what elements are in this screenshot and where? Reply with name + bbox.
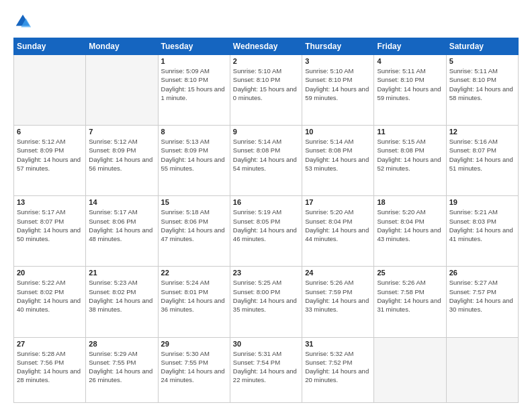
cell-info: Sunrise: 5:11 AMSunset: 8:10 PMDaylight:… (449, 66, 515, 102)
day-number: 24 (305, 269, 371, 277)
calendar-cell: 26Sunrise: 5:27 AMSunset: 7:57 PMDayligh… (446, 267, 518, 337)
cell-info: Sunrise: 5:10 AMSunset: 8:10 PMDaylight:… (233, 66, 299, 102)
calendar-cell: 4Sunrise: 5:11 AMSunset: 8:10 PMDaylight… (374, 55, 446, 126)
cell-info: Sunrise: 5:11 AMSunset: 8:10 PMDaylight:… (377, 66, 443, 102)
cell-info: Sunrise: 5:26 AMSunset: 7:58 PMDaylight:… (377, 278, 443, 314)
logo (13, 12, 35, 31)
calendar-cell: 10Sunrise: 5:14 AMSunset: 8:08 PMDayligh… (302, 126, 374, 196)
calendar-cell: 30Sunrise: 5:31 AMSunset: 7:54 PMDayligh… (230, 337, 302, 403)
day-number: 13 (17, 198, 83, 206)
day-number: 7 (89, 128, 154, 136)
day-number: 15 (161, 198, 227, 206)
calendar-cell: 6Sunrise: 5:12 AMSunset: 8:09 PMDaylight… (14, 126, 86, 196)
cell-info: Sunrise: 5:21 AMSunset: 8:03 PMDaylight:… (449, 208, 515, 243)
day-number: 14 (89, 198, 154, 206)
day-number: 3 (305, 57, 371, 65)
cell-info: Sunrise: 5:20 AMSunset: 8:04 PMDaylight:… (377, 208, 443, 243)
cell-info: Sunrise: 5:30 AMSunset: 7:55 PMDaylight:… (161, 349, 227, 385)
cell-info: Sunrise: 5:25 AMSunset: 8:00 PMDaylight:… (233, 278, 299, 314)
cell-info: Sunrise: 5:14 AMSunset: 8:08 PMDaylight:… (233, 137, 299, 173)
cell-info: Sunrise: 5:15 AMSunset: 8:08 PMDaylight:… (377, 137, 443, 173)
cell-info: Sunrise: 5:27 AMSunset: 7:57 PMDaylight:… (449, 278, 515, 314)
cell-info: Sunrise: 5:14 AMSunset: 8:08 PMDaylight:… (305, 137, 371, 173)
day-number: 28 (89, 340, 154, 348)
calendar-cell (14, 55, 86, 126)
day-number: 9 (233, 128, 299, 136)
calendar-cell: 20Sunrise: 5:22 AMSunset: 8:02 PMDayligh… (14, 267, 86, 337)
calendar-cell (374, 337, 446, 403)
day-number: 8 (161, 128, 227, 136)
calendar-cell: 25Sunrise: 5:26 AMSunset: 7:58 PMDayligh… (374, 267, 446, 337)
calendar-cell: 2Sunrise: 5:10 AMSunset: 8:10 PMDaylight… (230, 55, 302, 126)
calendar-cell: 11Sunrise: 5:15 AMSunset: 8:08 PMDayligh… (374, 126, 446, 196)
day-number: 6 (17, 128, 83, 136)
week-row-2: 13Sunrise: 5:17 AMSunset: 8:07 PMDayligh… (14, 196, 519, 267)
calendar-cell: 13Sunrise: 5:17 AMSunset: 8:07 PMDayligh… (14, 196, 86, 267)
cell-info: Sunrise: 5:16 AMSunset: 8:07 PMDaylight:… (449, 137, 515, 173)
calendar-cell: 29Sunrise: 5:30 AMSunset: 7:55 PMDayligh… (158, 337, 230, 403)
page: SundayMondayTuesdayWednesdayThursdayFrid… (0, 0, 532, 411)
cell-info: Sunrise: 5:09 AMSunset: 8:10 PMDaylight:… (161, 66, 227, 102)
cell-info: Sunrise: 5:12 AMSunset: 8:09 PMDaylight:… (17, 137, 83, 173)
cell-info: Sunrise: 5:19 AMSunset: 8:05 PMDaylight:… (233, 208, 299, 243)
calendar-cell (446, 337, 518, 403)
cell-info: Sunrise: 5:13 AMSunset: 8:09 PMDaylight:… (161, 137, 227, 173)
day-number: 5 (449, 57, 515, 65)
cell-info: Sunrise: 5:17 AMSunset: 8:06 PMDaylight:… (89, 208, 154, 243)
day-number: 27 (17, 340, 83, 348)
weekday-header-row: SundayMondayTuesdayWednesdayThursdayFrid… (14, 38, 519, 55)
calendar-cell: 14Sunrise: 5:17 AMSunset: 8:06 PMDayligh… (86, 196, 158, 267)
calendar-cell: 27Sunrise: 5:28 AMSunset: 7:56 PMDayligh… (14, 337, 86, 403)
cell-info: Sunrise: 5:17 AMSunset: 8:07 PMDaylight:… (17, 208, 83, 243)
day-number: 25 (377, 269, 443, 277)
day-number: 31 (305, 340, 371, 348)
weekday-header-saturday: Saturday (446, 38, 518, 55)
day-number: 11 (377, 128, 443, 136)
cell-info: Sunrise: 5:23 AMSunset: 8:02 PMDaylight:… (89, 278, 154, 314)
day-number: 10 (305, 128, 371, 136)
weekday-header-wednesday: Wednesday (230, 38, 302, 55)
day-number: 17 (305, 198, 371, 206)
cell-info: Sunrise: 5:18 AMSunset: 8:06 PMDaylight:… (161, 208, 227, 243)
weekday-header-thursday: Thursday (302, 38, 374, 55)
day-number: 21 (89, 269, 154, 277)
cell-info: Sunrise: 5:20 AMSunset: 8:04 PMDaylight:… (305, 208, 371, 243)
cell-info: Sunrise: 5:31 AMSunset: 7:54 PMDaylight:… (233, 349, 299, 385)
week-row-1: 6Sunrise: 5:12 AMSunset: 8:09 PMDaylight… (14, 126, 519, 196)
calendar-cell: 17Sunrise: 5:20 AMSunset: 8:04 PMDayligh… (302, 196, 374, 267)
logo-icon (13, 12, 32, 31)
calendar-cell: 18Sunrise: 5:20 AMSunset: 8:04 PMDayligh… (374, 196, 446, 267)
calendar-cell: 31Sunrise: 5:32 AMSunset: 7:52 PMDayligh… (302, 337, 374, 403)
cell-info: Sunrise: 5:26 AMSunset: 7:59 PMDaylight:… (305, 278, 371, 314)
calendar-cell: 1Sunrise: 5:09 AMSunset: 8:10 PMDaylight… (158, 55, 230, 126)
calendar-cell: 12Sunrise: 5:16 AMSunset: 8:07 PMDayligh… (446, 126, 518, 196)
weekday-header-tuesday: Tuesday (158, 38, 230, 55)
day-number: 16 (233, 198, 299, 206)
cell-info: Sunrise: 5:12 AMSunset: 8:09 PMDaylight:… (89, 137, 154, 173)
calendar-cell: 15Sunrise: 5:18 AMSunset: 8:06 PMDayligh… (158, 196, 230, 267)
day-number: 4 (377, 57, 443, 65)
header (13, 12, 519, 31)
weekday-header-sunday: Sunday (14, 38, 86, 55)
day-number: 29 (161, 340, 227, 348)
cell-info: Sunrise: 5:29 AMSunset: 7:55 PMDaylight:… (89, 349, 154, 385)
day-number: 26 (449, 269, 515, 277)
calendar-cell: 8Sunrise: 5:13 AMSunset: 8:09 PMDaylight… (158, 126, 230, 196)
day-number: 22 (161, 269, 227, 277)
day-number: 20 (17, 269, 83, 277)
cell-info: Sunrise: 5:10 AMSunset: 8:10 PMDaylight:… (305, 66, 371, 102)
calendar-cell: 7Sunrise: 5:12 AMSunset: 8:09 PMDaylight… (86, 126, 158, 196)
cell-info: Sunrise: 5:24 AMSunset: 8:01 PMDaylight:… (161, 278, 227, 314)
calendar-cell: 28Sunrise: 5:29 AMSunset: 7:55 PMDayligh… (86, 337, 158, 403)
week-row-0: 1Sunrise: 5:09 AMSunset: 8:10 PMDaylight… (14, 55, 519, 126)
cell-info: Sunrise: 5:32 AMSunset: 7:52 PMDaylight:… (305, 349, 371, 385)
cell-info: Sunrise: 5:22 AMSunset: 8:02 PMDaylight:… (17, 278, 83, 314)
day-number: 2 (233, 57, 299, 65)
cell-info: Sunrise: 5:28 AMSunset: 7:56 PMDaylight:… (17, 349, 83, 385)
calendar-table: SundayMondayTuesdayWednesdayThursdayFrid… (13, 38, 519, 403)
weekday-header-monday: Monday (86, 38, 158, 55)
calendar-cell: 9Sunrise: 5:14 AMSunset: 8:08 PMDaylight… (230, 126, 302, 196)
day-number: 30 (233, 340, 299, 348)
day-number: 18 (377, 198, 443, 206)
day-number: 1 (161, 57, 227, 65)
